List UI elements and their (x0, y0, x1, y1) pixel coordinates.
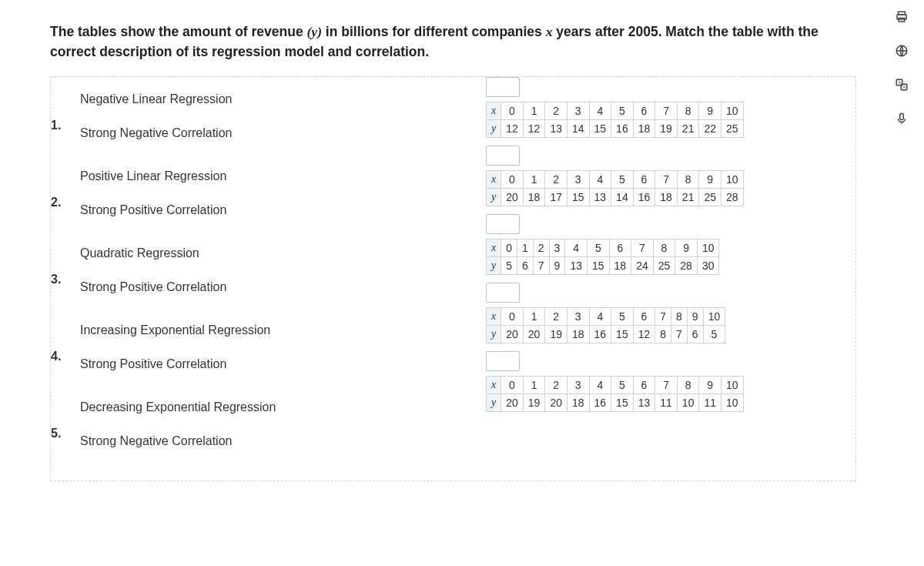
main-content: The tables show the amount of revenue (y… (0, 0, 879, 566)
table-block-4: x 012345678910 y 202019181615128765 (486, 283, 848, 343)
descriptions-column: Negative Linear Regression 1. Strong Neg… (51, 77, 486, 481)
table-row: y 2018171513141618212528 (487, 188, 744, 206)
desc-1-line-2: Strong Negative Correlation (75, 126, 478, 140)
table-block-5: x 012345678910 y 2019201816151311101110 (486, 351, 848, 412)
answer-input-3[interactable] (486, 214, 520, 234)
desc-4-line-1: Increasing Exponential Regression (75, 323, 478, 337)
desc-3-line-1: Quadratic Regression (75, 246, 478, 260)
row-label-y: y (487, 325, 501, 343)
matching-area: Negative Linear Regression 1. Strong Neg… (50, 76, 856, 481)
table-row: y 1212131415161819212225 (487, 119, 744, 137)
svg-text:A: A (899, 80, 902, 85)
print-icon[interactable] (894, 9, 909, 25)
desc-2-line-1: Positive Linear Regression (75, 169, 478, 183)
answer-input-1[interactable] (486, 77, 520, 97)
desc-1-line-1: Negative Linear Regression (75, 92, 478, 106)
row-label-y: y (487, 394, 501, 411)
table-row: y 2019201816151311101110 (487, 394, 744, 411)
data-table-3: x 012345678910 y 567913151824252830 (486, 239, 719, 275)
translate-icon[interactable]: AA (894, 77, 909, 92)
row-label-y: y (487, 256, 501, 274)
desc-5-line-2: Strong Negative Correlation (75, 434, 478, 448)
mic-icon[interactable] (894, 111, 909, 126)
row-label-x: x (487, 170, 501, 188)
table-row: x 012345678910 (487, 170, 744, 188)
description-4: Increasing Exponential Regression 4. Str… (51, 323, 478, 371)
row-label-x: x (487, 307, 501, 325)
table-block-2: x 012345678910 y 2018171513141618212528 (486, 146, 848, 206)
num-5: 5. (51, 427, 61, 440)
data-table-1: x 012345678910 y 1212131415161819212225 (486, 102, 744, 138)
svg-text:A: A (903, 85, 906, 89)
row-label-y: y (487, 188, 501, 206)
desc-4-line-2: Strong Positive Correlation (75, 357, 478, 371)
num-3: 3. (51, 273, 61, 286)
toolbar-sidebar: AA (879, 0, 924, 566)
data-table-5: x 012345678910 y 2019201816151311101110 (486, 376, 744, 412)
row-label-x: x (487, 376, 501, 394)
table-row: x 012345678910 (487, 102, 744, 119)
answer-input-2[interactable] (486, 146, 520, 166)
answer-input-4[interactable] (486, 283, 520, 303)
desc-2-line-2: Strong Positive Correlation (75, 203, 478, 217)
num-4: 4. (51, 350, 61, 363)
globe-icon[interactable] (894, 43, 909, 59)
row-label-y: y (487, 119, 501, 137)
tables-column: x 012345678910 y 1212131415161819212225 (486, 77, 855, 481)
description-5: Decreasing Exponential Regression 5. Str… (51, 400, 478, 448)
answer-input-5[interactable] (486, 351, 520, 371)
desc-3-line-2: Strong Positive Correlation (75, 280, 478, 294)
prompt-part-1: The tables show the amount of revenue (50, 24, 307, 39)
question-prompt: The tables show the amount of revenue (y… (50, 22, 856, 62)
num-1: 1. (51, 119, 61, 132)
description-3: Quadratic Regression 3. Strong Positive … (51, 246, 478, 294)
table-row: y 567913151824252830 (487, 256, 719, 274)
svg-rect-8 (900, 113, 904, 119)
data-table-2: x 012345678910 y 2018171513141618212528 (486, 170, 744, 206)
table-row: y 202019181615128765 (487, 325, 725, 343)
prompt-part-2: in billions for different companies (322, 24, 546, 39)
data-table-4: x 012345678910 y 202019181615128765 (486, 307, 725, 343)
row-label-x: x (487, 102, 501, 119)
row-label-x: x (487, 239, 501, 256)
num-2: 2. (51, 196, 61, 209)
table-row: x 012345678910 (487, 376, 744, 394)
description-1: Negative Linear Regression 1. Strong Neg… (51, 92, 478, 140)
table-block-1: x 012345678910 y 1212131415161819212225 (486, 77, 848, 138)
table-block-3: x 012345678910 y 567913151824252830 (486, 214, 848, 275)
prompt-y-var: (y) (307, 24, 322, 39)
table-row: x 012345678910 (487, 239, 719, 256)
table-row: x 012345678910 (487, 307, 725, 325)
desc-5-line-1: Decreasing Exponential Regression (75, 400, 478, 414)
description-2: Positive Linear Regression 2. Strong Pos… (51, 169, 478, 217)
